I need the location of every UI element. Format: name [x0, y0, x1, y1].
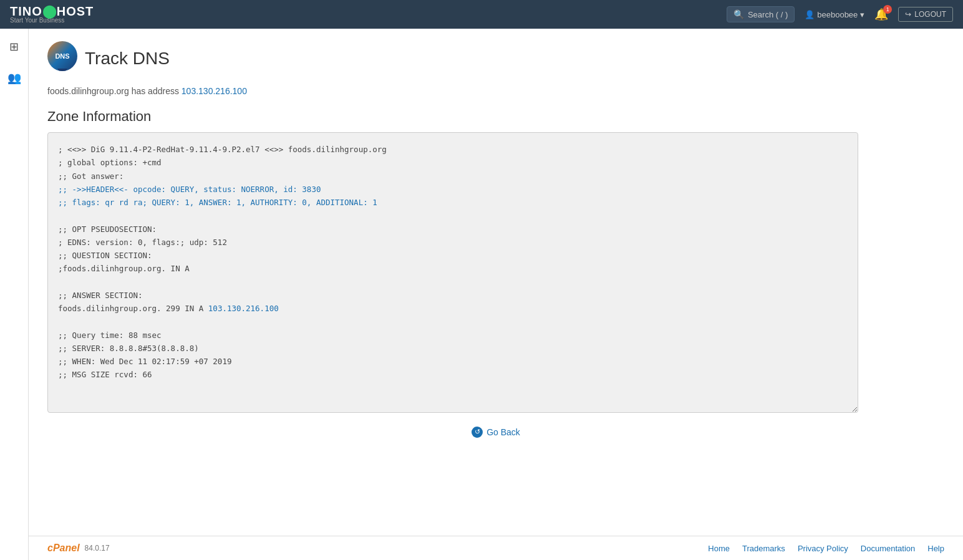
address-info: foods.dilinhgroup.org has address 103.13…	[47, 86, 944, 96]
go-back-button[interactable]: ↺ Go Back	[472, 427, 520, 438]
dns-output-line	[58, 209, 848, 222]
user-icon: 👤	[805, 10, 815, 19]
footer-link[interactable]: Home	[708, 544, 730, 553]
brand-logo-area: TINO⬤HOST Start Your Business	[10, 5, 94, 24]
dns-output-line: foods.dilinhgroup.org. 299 IN A 103.130.…	[58, 302, 848, 315]
ip-address: 103.130.216.100	[181, 86, 247, 96]
dns-output-line: ; global options: +cmd	[58, 156, 848, 169]
logout-button[interactable]: ↪ LOGOUT	[898, 7, 953, 22]
dns-output-line: ;; Got answer:	[58, 170, 848, 183]
dns-output-box: ; <<>> DiG 9.11.4-P2-RedHat-9.11.4-9.P2.…	[47, 132, 858, 413]
chevron-down-icon: ▾	[860, 10, 864, 19]
search-placeholder: Search ( / )	[748, 10, 788, 19]
user-menu[interactable]: 👤 beeboobee ▾	[805, 10, 864, 19]
sidebar-grid-icon[interactable]: ⊞	[6, 36, 22, 57]
brand-tagline: Start Your Business	[10, 17, 94, 24]
dns-icon-circle: DNS	[47, 41, 77, 71]
search-box[interactable]: 🔍 Search ( / )	[727, 6, 795, 22]
logout-icon: ↪	[905, 10, 911, 19]
zone-heading: Zone Information	[47, 109, 944, 125]
dns-icon: DNS	[47, 41, 77, 76]
footer-link[interactable]: Documentation	[861, 544, 915, 553]
navbar: TINO⬤HOST Start Your Business 🔍 Search (…	[0, 0, 963, 29]
brand-dot: ⬤	[42, 4, 57, 18]
dns-output-line: ;foods.dilinhgroup.org. IN A	[58, 262, 848, 275]
footer: cPanel 84.0.17 HomeTrademarksPrivacy Pol…	[29, 536, 963, 560]
dns-output-line	[58, 315, 848, 328]
dns-output-line: ; <<>> DiG 9.11.4-P2-RedHat-9.11.4-9.P2.…	[58, 143, 848, 156]
footer-link[interactable]: Privacy Policy	[798, 544, 848, 553]
dns-output-line	[58, 276, 848, 289]
navbar-right: 🔍 Search ( / ) 👤 beeboobee ▾ 🔔 1 ↪ LOGOU…	[727, 6, 953, 22]
cpanel-version: 84.0.17	[85, 544, 110, 553]
dns-icon-label: DNS	[55, 52, 69, 60]
go-back-area: ↺ Go Back	[47, 425, 944, 438]
dns-output-line: ; EDNS: version: 0, flags:; udp: 512	[58, 236, 848, 249]
brand-logo: TINO⬤HOST Start Your Business	[10, 5, 94, 24]
search-icon: 🔍	[733, 9, 744, 19]
dns-output-line: ;; ANSWER SECTION:	[58, 289, 848, 302]
dns-output-line: ;; OPT PSEUDOSECTION:	[58, 223, 848, 236]
go-back-icon: ↺	[472, 427, 483, 438]
dns-output-line: ;; Query time: 88 msec	[58, 329, 848, 342]
go-back-label: Go Back	[486, 427, 520, 437]
brand-name: TINO⬤HOST	[10, 5, 94, 17]
sidebar: ⊞ 👥	[0, 29, 29, 560]
footer-link[interactable]: Help	[927, 544, 944, 553]
brand-name-suffix: HOST	[57, 4, 94, 18]
dns-output-line: ;; SERVER: 8.8.8.8#53(8.8.8.8)	[58, 342, 848, 355]
page-title-area: DNS Track DNS	[47, 41, 944, 76]
page-title: Track DNS	[85, 49, 170, 69]
notification-badge: 1	[883, 5, 892, 14]
dns-output-line: ;; ->>HEADER<<- opcode: QUERY, status: N…	[58, 183, 848, 196]
main-content: DNS Track DNS foods.dilinhgroup.org has …	[29, 29, 963, 560]
dns-output-line: ;; QUESTION SECTION:	[58, 249, 848, 262]
notification-bell[interactable]: 🔔 1	[874, 7, 888, 21]
sidebar-users-icon[interactable]: 👥	[4, 67, 25, 89]
footer-left: cPanel 84.0.17	[47, 543, 110, 554]
dns-output-line: ;; flags: qr rd ra; QUERY: 1, ANSWER: 1,…	[58, 196, 848, 209]
logout-label: LOGOUT	[914, 10, 946, 19]
footer-links: HomeTrademarksPrivacy PolicyDocumentatio…	[708, 544, 944, 553]
address-info-text: foods.dilinhgroup.org has address	[47, 86, 181, 96]
footer-link[interactable]: Trademarks	[742, 544, 785, 553]
dns-output-line: ;; WHEN: Wed Dec 11 02:17:59 +07 2019	[58, 355, 848, 368]
cpanel-logo: cPanel	[47, 543, 80, 554]
user-name: beeboobee	[817, 10, 858, 19]
dns-output-line: ;; MSG SIZE rcvd: 66	[58, 368, 848, 381]
brand-name-prefix: TINO	[10, 4, 42, 18]
